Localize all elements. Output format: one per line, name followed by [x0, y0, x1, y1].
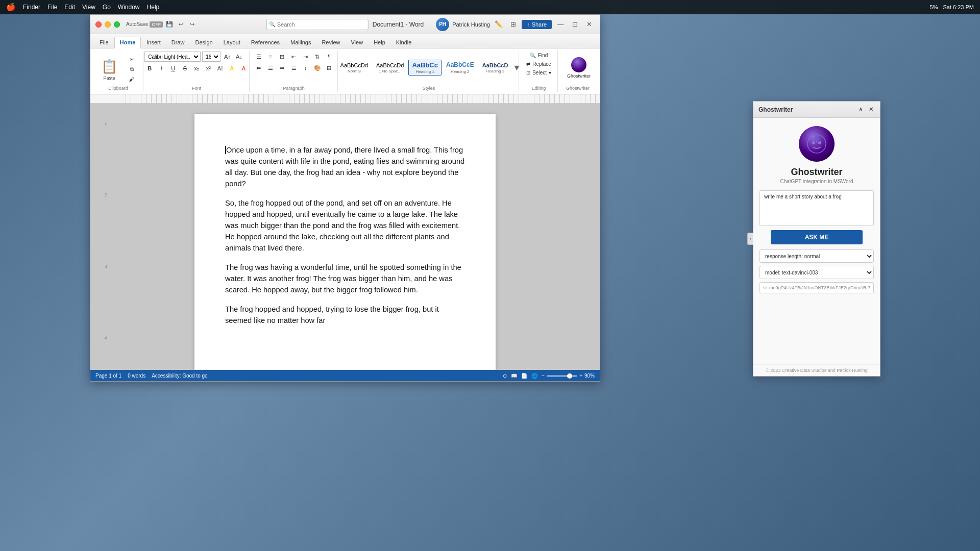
- mac-menu-finder[interactable]: Finder: [23, 4, 40, 11]
- style-heading1[interactable]: AaBbCc Heading 1: [408, 60, 442, 76]
- shading-button[interactable]: 🎨: [312, 63, 323, 73]
- increase-font-button[interactable]: A↑: [222, 52, 232, 62]
- zoom-out-icon[interactable]: −: [542, 373, 545, 379]
- subscript-button[interactable]: x₂: [191, 63, 202, 73]
- close-button[interactable]: [95, 21, 102, 28]
- bullets-button[interactable]: ☰: [254, 52, 264, 62]
- tab-draw[interactable]: Draw: [166, 37, 190, 48]
- panel-collapse-arrow[interactable]: ‹: [747, 233, 753, 245]
- style-nospace[interactable]: AaBbCcDd 1 No Spac...: [373, 60, 407, 75]
- search-input[interactable]: [266, 19, 369, 30]
- present-icon[interactable]: ⊞: [507, 19, 519, 30]
- tab-design[interactable]: Design: [190, 37, 217, 48]
- ghostwriter-subtitle: ChatGPT integration in MSWord: [780, 179, 853, 184]
- sort-button[interactable]: ⇅: [312, 52, 323, 62]
- tab-references[interactable]: References: [246, 37, 285, 48]
- tab-home[interactable]: Home: [114, 37, 141, 48]
- document-area[interactable]: 1 2 3 4 5 Once upon a time, in a far awa…: [90, 104, 600, 370]
- panel-collapse-button[interactable]: ∧: [856, 106, 865, 114]
- show-marks-button[interactable]: ¶: [324, 52, 334, 62]
- paste-button[interactable]: 📋 Paste: [96, 52, 122, 87]
- mac-topbar: 🍎 Finder File Edit View Go Window Help 5…: [0, 0, 980, 14]
- mac-menu-edit[interactable]: Edit: [64, 4, 75, 11]
- underline-button[interactable]: U: [168, 63, 178, 73]
- line-spacing-button[interactable]: ↕: [301, 63, 311, 73]
- format-painter-button[interactable]: 🖌: [124, 76, 140, 83]
- italic-button[interactable]: I: [156, 63, 166, 73]
- style-normal-preview: AaBbCcDd: [340, 62, 368, 69]
- borders-button[interactable]: ⊞: [324, 63, 334, 73]
- tab-mailings[interactable]: Mailings: [285, 37, 316, 48]
- margin-number-3: 3: [90, 264, 121, 269]
- restore-window-icon[interactable]: ⊡: [569, 19, 580, 30]
- ghostwriter-ribbon-button[interactable]: Ghostwriter: [564, 56, 594, 80]
- style-heading3[interactable]: AaBbCcD Heading 3: [479, 60, 512, 75]
- maximize-button[interactable]: [114, 21, 120, 28]
- tab-kindle[interactable]: Kindle: [391, 37, 417, 48]
- find-button[interactable]: 🔍 Find: [527, 52, 551, 59]
- align-right-button[interactable]: ➡: [277, 63, 287, 73]
- styles-gallery-expand[interactable]: ▼: [512, 63, 521, 72]
- font-color-button[interactable]: A: [238, 63, 249, 73]
- ghostwriter-logo-svg: [806, 134, 827, 154]
- multilevel-button[interactable]: ⊞: [277, 52, 287, 62]
- copy-button[interactable]: ⧉: [124, 65, 140, 73]
- style-normal[interactable]: AaBbCcDd Normal: [337, 60, 372, 75]
- mac-menu-go[interactable]: Go: [103, 4, 111, 11]
- undo-icon[interactable]: ↩: [176, 20, 185, 29]
- doc-text-4: The frog hopped and hopped, trying to lo…: [225, 305, 439, 324]
- style-heading2-label: Heading 2: [451, 69, 469, 74]
- decrease-indent-button[interactable]: ⇤: [289, 52, 299, 62]
- tab-file[interactable]: File: [94, 37, 114, 48]
- minimize-button[interactable]: [105, 21, 111, 28]
- apple-icon[interactable]: 🍎: [6, 3, 16, 12]
- cut-button[interactable]: ✂: [124, 56, 140, 63]
- save-icon[interactable]: 💾: [165, 20, 174, 29]
- zoom-slider[interactable]: [547, 375, 577, 377]
- clear-format-button[interactable]: A⃝: [215, 63, 225, 73]
- align-left-button[interactable]: ⬅: [254, 63, 264, 73]
- tab-help[interactable]: Help: [369, 37, 390, 48]
- doc-paragraph-4: The frog hopped and hopped, trying to lo…: [225, 304, 465, 326]
- panel-close-button[interactable]: ✕: [867, 106, 875, 114]
- superscript-button[interactable]: x²: [203, 63, 213, 73]
- font-size-select[interactable]: 16: [202, 52, 220, 62]
- mac-menu-help[interactable]: Help: [147, 4, 160, 11]
- close-window-icon[interactable]: ✕: [583, 19, 595, 30]
- font-family-select[interactable]: Calibri Light (Hea...: [144, 52, 201, 62]
- tab-review[interactable]: Review: [316, 37, 345, 48]
- replace-button[interactable]: ⇄ Replace: [523, 60, 554, 68]
- tab-insert[interactable]: Insert: [141, 37, 166, 48]
- mac-menu-view[interactable]: View: [82, 4, 95, 11]
- align-center-button[interactable]: ☰: [265, 63, 276, 73]
- zoom-in-icon[interactable]: +: [579, 373, 582, 379]
- model-select[interactable]: model: text-davinci-003model: text-davin…: [760, 266, 874, 279]
- tab-view[interactable]: View: [346, 37, 368, 48]
- print-layout-icon[interactable]: 📄: [521, 373, 527, 379]
- read-mode-icon[interactable]: 📖: [511, 373, 517, 379]
- numbering-button[interactable]: ≡: [265, 52, 276, 62]
- style-heading2[interactable]: AaBbCcE Heading 2: [443, 60, 478, 76]
- minimize-window-icon[interactable]: —: [555, 19, 566, 30]
- pen-icon[interactable]: ✏️: [493, 19, 504, 30]
- select-button[interactable]: ⊡ Select ▾: [523, 69, 554, 77]
- decrease-font-button[interactable]: A↓: [234, 52, 244, 62]
- ghostwriter-textarea[interactable]: write me a short story about a frog: [760, 190, 874, 226]
- ribbon-tabs: File Home Insert Draw Design Layout Refe…: [90, 34, 600, 48]
- share-button[interactable]: ↑ Share: [522, 20, 552, 29]
- redo-icon[interactable]: ↪: [187, 20, 197, 29]
- ask-me-button[interactable]: ASK ME: [771, 230, 862, 244]
- autosave-state[interactable]: OFF: [150, 21, 163, 28]
- justify-button[interactable]: ☰: [289, 63, 299, 73]
- increase-indent-button[interactable]: ⇥: [301, 52, 311, 62]
- response-length-select[interactable]: response length: shortresponse length: n…: [760, 249, 874, 263]
- highlight-button[interactable]: A: [227, 63, 237, 73]
- strikethrough-button[interactable]: S: [180, 63, 190, 73]
- tab-layout[interactable]: Layout: [218, 37, 246, 48]
- api-key-input[interactable]: [760, 282, 874, 293]
- mac-menu-file[interactable]: File: [47, 4, 57, 11]
- mac-menu-window[interactable]: Window: [118, 4, 140, 11]
- focus-mode-icon[interactable]: ⊙: [503, 373, 507, 379]
- bold-button[interactable]: B: [144, 63, 155, 73]
- web-layout-icon[interactable]: 🌐: [531, 373, 537, 379]
